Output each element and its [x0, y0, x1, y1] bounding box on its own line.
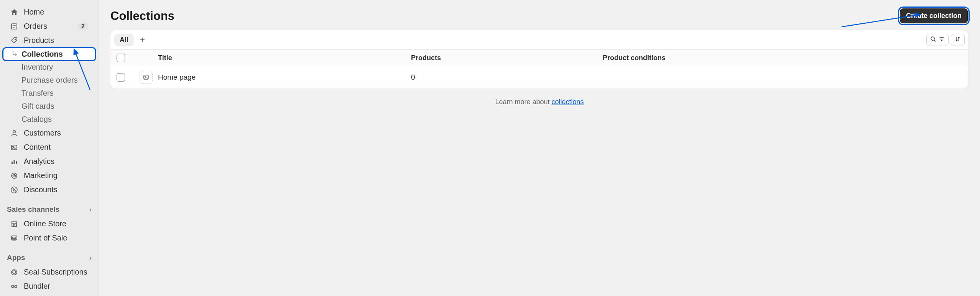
sidebar-subitem-collections[interactable]: Collections	[3, 48, 95, 61]
sidebar-item-label: Online Store	[24, 219, 66, 228]
sidebar: Home Orders 2 Products Collections Inven…	[0, 0, 99, 296]
sidebar-item-label: Purchase orders	[21, 76, 78, 85]
sidebar-item-discounts[interactable]: Discounts	[3, 183, 95, 196]
sidebar-item-products[interactable]: Products	[3, 34, 95, 47]
filter-icon	[938, 36, 945, 44]
svg-point-13	[15, 190, 16, 191]
sidebar-item-label: Discounts	[24, 185, 58, 194]
section-label: Sales channels	[7, 205, 59, 214]
sidebar-item-label: Analytics	[24, 157, 54, 166]
section-header-sales-channels[interactable]: Sales channels ›	[0, 203, 99, 216]
svg-point-18	[12, 270, 17, 275]
page-title: Collections	[110, 9, 174, 23]
chevron-right-icon: ›	[89, 253, 92, 262]
sidebar-item-label: Bundler	[24, 282, 50, 291]
sidebar-item-marketing[interactable]: Marketing	[3, 169, 95, 182]
tabs-row: All +	[110, 30, 968, 49]
home-icon	[10, 8, 18, 16]
sidebar-item-label: Customers	[24, 129, 61, 137]
sidebar-item-content[interactable]: Content	[3, 141, 95, 154]
svg-point-19	[12, 285, 14, 288]
svg-point-26	[931, 37, 934, 40]
sidebar-item-label: Gift cards	[21, 102, 54, 111]
sidebar-item-label: Inventory	[21, 63, 53, 72]
section-header-apps[interactable]: Apps ›	[0, 251, 99, 265]
collections-help-link[interactable]: collections	[552, 98, 584, 106]
add-tab-button[interactable]: +	[136, 33, 149, 46]
sidebar-subitem-purchase-orders[interactable]: Purchase orders	[3, 74, 95, 87]
create-collection-button[interactable]: Create collection	[900, 8, 968, 23]
search-filter-button[interactable]	[926, 34, 949, 46]
sidebar-item-label: Catalogs	[21, 115, 52, 124]
sidebar-item-label: Orders	[24, 22, 47, 31]
app-icon	[10, 282, 18, 291]
svg-point-12	[13, 188, 14, 189]
target-icon	[10, 172, 18, 180]
svg-point-20	[15, 285, 17, 288]
chevron-right-icon: ›	[89, 205, 92, 214]
svg-point-1	[15, 39, 16, 40]
sidebar-item-bundler[interactable]: Bundler	[3, 280, 95, 293]
tag-icon	[10, 36, 18, 45]
svg-point-10	[14, 175, 15, 176]
sidebar-item-pos[interactable]: Point of Sale	[3, 231, 95, 245]
svg-point-2	[13, 130, 15, 132]
app-icon	[10, 268, 18, 276]
sidebar-item-label: Point of Sale	[24, 234, 67, 242]
column-header-conditions[interactable]: Product conditions	[603, 54, 962, 62]
subitem-arrow-icon	[12, 50, 18, 59]
sidebar-subitem-catalogs[interactable]: Catalogs	[3, 113, 95, 126]
pos-icon	[10, 234, 18, 242]
sort-button[interactable]	[951, 34, 965, 46]
sidebar-item-customers[interactable]: Customers	[3, 126, 95, 140]
user-icon	[10, 129, 18, 137]
sidebar-item-label: Home	[24, 8, 44, 16]
tab-all[interactable]: All	[114, 34, 134, 46]
sidebar-subitem-inventory[interactable]: Inventory	[3, 61, 95, 74]
sidebar-item-label: Seal Subscriptions	[24, 268, 87, 276]
sidebar-item-seal[interactable]: Seal Subscriptions	[3, 265, 95, 279]
svg-rect-6	[14, 160, 15, 164]
svg-point-4	[13, 146, 14, 147]
row-products-count: 0	[411, 73, 603, 82]
sidebar-item-cartbot[interactable]: CartBot	[3, 294, 95, 296]
store-icon	[10, 220, 18, 228]
sidebar-item-orders[interactable]: Orders 2	[3, 20, 95, 33]
sidebar-item-label: Collections	[21, 50, 63, 59]
search-icon	[930, 36, 937, 44]
select-all-checkbox[interactable]	[117, 54, 125, 62]
svg-rect-15	[13, 225, 15, 227]
svg-point-28	[145, 76, 145, 77]
collections-card: All +	[110, 30, 968, 89]
orders-icon	[10, 22, 18, 31]
column-header-title[interactable]: Title	[158, 54, 411, 62]
sidebar-item-label: Products	[24, 36, 54, 45]
sidebar-subitem-transfers[interactable]: Transfers	[3, 87, 95, 100]
sidebar-item-home[interactable]: Home	[3, 5, 95, 19]
sidebar-item-label: Transfers	[21, 89, 54, 98]
column-header-products[interactable]: Products	[411, 54, 603, 62]
orders-badge: 2	[77, 23, 89, 30]
row-title: Home page	[158, 73, 411, 82]
learn-more-text: Learn more about	[495, 98, 551, 106]
svg-rect-0	[12, 24, 17, 29]
sidebar-item-label: Content	[24, 143, 51, 152]
svg-rect-5	[12, 162, 13, 164]
plus-icon: +	[140, 35, 145, 44]
svg-rect-16	[12, 236, 17, 240]
sidebar-item-online-store[interactable]: Online Store	[3, 217, 95, 231]
section-label: Apps	[7, 253, 25, 262]
svg-rect-17	[13, 237, 16, 239]
row-checkbox[interactable]	[117, 73, 125, 82]
sidebar-item-label: Marketing	[24, 171, 58, 180]
svg-rect-7	[16, 161, 17, 164]
collection-thumbnail	[140, 71, 153, 84]
table-row[interactable]: Home page 0	[110, 66, 968, 89]
page-header: Collections Create collection	[99, 0, 980, 30]
discount-icon	[10, 186, 18, 194]
content-icon	[10, 143, 18, 152]
main-content: Collections Create collection All +	[99, 0, 980, 296]
sidebar-subitem-gift-cards[interactable]: Gift cards	[3, 100, 95, 113]
sidebar-item-analytics[interactable]: Analytics	[3, 155, 95, 168]
sort-icon	[954, 36, 961, 44]
